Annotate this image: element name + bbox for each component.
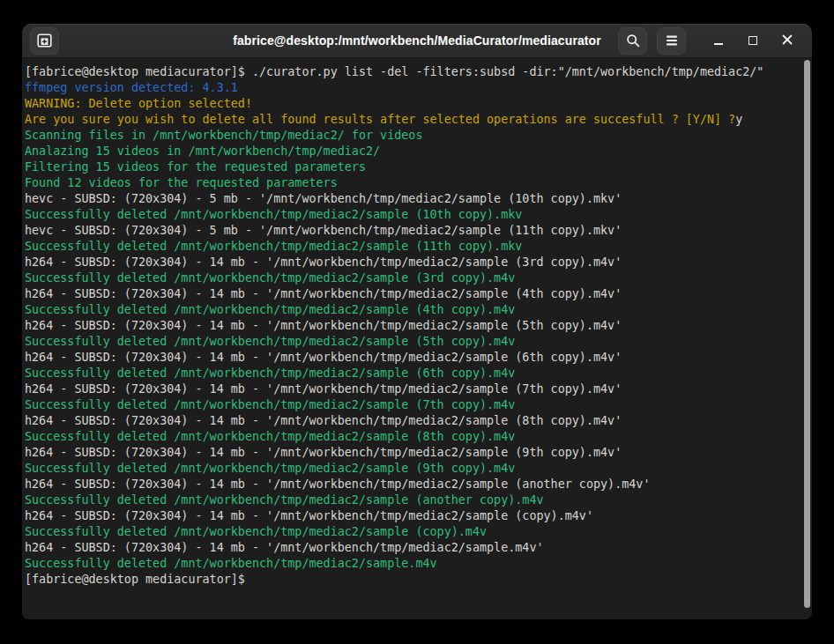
- minimize-button[interactable]: [708, 30, 729, 51]
- terminal-line: h264 - SUBSD: (720x304) - 14 mb - '/mnt/…: [25, 413, 812, 429]
- terminal-line: Successfully deleted /mnt/workbench/tmp/…: [25, 556, 812, 572]
- maximize-icon: [748, 36, 757, 45]
- menu-button[interactable]: [657, 27, 686, 55]
- terminal-line: Successfully deleted /mnt/workbench/tmp/…: [25, 302, 812, 318]
- new-tab-button[interactable]: [30, 27, 59, 55]
- scrollbar-thumb[interactable]: [804, 60, 810, 608]
- close-icon: [782, 33, 793, 48]
- terminal-line: h264 - SUBSD: (720x304) - 14 mb - '/mnt/…: [25, 477, 812, 492]
- terminal-line: [fabrice@desktop mediacurator]$ ./curato…: [25, 64, 812, 80]
- terminal-line: hevc - SUBSD: (720x304) - 5 mb - '/mnt/w…: [25, 223, 812, 239]
- terminal-line: h264 - SUBSD: (720x304) - 14 mb - '/mnt/…: [25, 286, 812, 302]
- scrollbar[interactable]: [802, 59, 812, 618]
- terminal-line: h264 - SUBSD: (720x304) - 14 mb - '/mnt/…: [25, 381, 812, 397]
- terminal-line: Successfully deleted /mnt/workbench/tmp/…: [25, 397, 812, 413]
- terminal-line: h264 - SUBSD: (720x304) - 14 mb - '/mnt/…: [25, 445, 812, 461]
- tab-new-icon: [37, 33, 52, 48]
- terminal-line: Analazing 15 videos in /mnt/workbench/tm…: [25, 144, 812, 159]
- terminal-line: Filtering 15 videos for the requested pa…: [25, 159, 812, 175]
- terminal-output: [fabrice@desktop mediacurator]$ ./curato…: [25, 64, 812, 588]
- terminal-line: [fabrice@desktop mediacurator]$: [25, 572, 812, 588]
- close-button[interactable]: [777, 30, 798, 51]
- terminal-line: Successfully deleted /mnt/workbench/tmp/…: [25, 334, 812, 350]
- terminal-line: Found 12 videos for the requested parame…: [25, 175, 812, 191]
- terminal-line: Successfully deleted /mnt/workbench/tmp/…: [25, 492, 812, 508]
- terminal-line: h264 - SUBSD: (720x304) - 14 mb - '/mnt/…: [25, 508, 812, 524]
- terminal-line: Scanning files in /mnt/workbench/tmp/med…: [25, 128, 812, 144]
- hamburger-menu-icon: [666, 35, 677, 46]
- search-icon: [626, 33, 640, 48]
- terminal-line: Successfully deleted /mnt/workbench/tmp/…: [25, 207, 812, 223]
- terminal-line: h264 - SUBSD: (720x304) - 14 mb - '/mnt/…: [25, 540, 812, 556]
- terminal-window: fabrice@desktop:/mnt/workbench/MediaCura…: [22, 24, 812, 619]
- terminal-line: h264 - SUBSD: (720x304) - 14 mb - '/mnt/…: [25, 350, 812, 366]
- terminal-line: Successfully deleted /mnt/workbench/tmp/…: [25, 429, 812, 445]
- maximize-button[interactable]: [742, 30, 763, 51]
- terminal-line: hevc - SUBSD: (720x304) - 5 mb - '/mnt/w…: [25, 191, 812, 207]
- titlebar[interactable]: fabrice@desktop:/mnt/workbench/MediaCura…: [22, 24, 812, 58]
- terminal-screen[interactable]: [fabrice@desktop mediacurator]$ ./curato…: [22, 59, 812, 619]
- terminal-line: Successfully deleted /mnt/workbench/tmp/…: [25, 524, 812, 540]
- terminal-line: h264 - SUBSD: (720x304) - 14 mb - '/mnt/…: [25, 255, 812, 270]
- terminal-line: WARNING: Delete option selected!: [25, 96, 812, 112]
- terminal-line: Are you sure you wish to delete all foun…: [25, 112, 812, 128]
- terminal-line: ffmpeg version detected: 4.3.1: [25, 80, 812, 96]
- terminal-line: Successfully deleted /mnt/workbench/tmp/…: [25, 239, 812, 255]
- terminal-line: Successfully deleted /mnt/workbench/tmp/…: [25, 366, 812, 381]
- minimize-icon: [714, 37, 723, 45]
- search-button[interactable]: [618, 27, 647, 55]
- terminal-line: Successfully deleted /mnt/workbench/tmp/…: [25, 461, 812, 477]
- terminal-line: Successfully deleted /mnt/workbench/tmp/…: [25, 270, 812, 286]
- terminal-line: h264 - SUBSD: (720x304) - 14 mb - '/mnt/…: [25, 318, 812, 334]
